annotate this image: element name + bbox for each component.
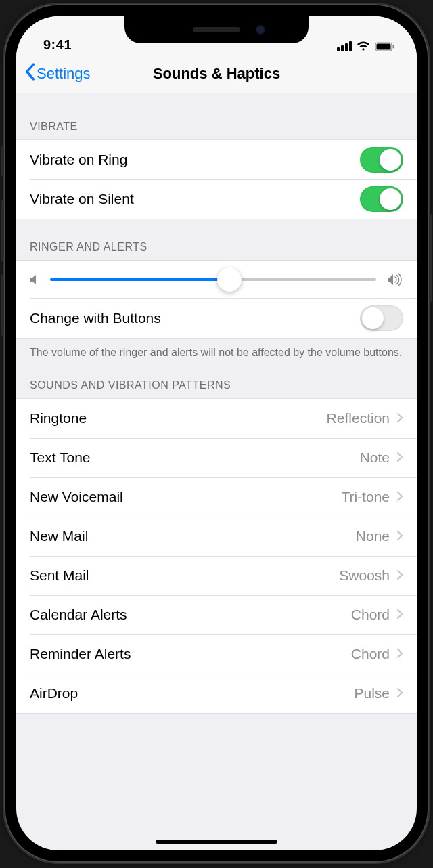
label-vibrate-on-ring: Vibrate on Ring [30, 152, 127, 168]
speaker-low-icon [30, 274, 39, 286]
pattern-value: Pulse [354, 685, 403, 702]
chevron-right-icon [396, 527, 403, 545]
row-change-with-buttons: Change with Buttons [16, 299, 417, 338]
pattern-value: None [356, 527, 403, 545]
chevron-right-icon [396, 685, 403, 702]
pattern-value: Chord [351, 645, 403, 663]
page-title: Sounds & Haptics [153, 65, 280, 83]
chevron-right-icon [396, 567, 403, 584]
row-volume-slider [16, 261, 417, 299]
nav-bar: Settings Sounds & Haptics [16, 54, 417, 93]
chevron-left-icon [24, 63, 35, 84]
toggle-vibrate-on-ring[interactable] [360, 147, 403, 173]
row-pattern-sent-mail[interactable]: Sent MailSwoosh [16, 556, 417, 595]
pattern-value: Swoosh [339, 567, 403, 584]
footer-ringer: The volume of the ringer and alerts will… [16, 339, 417, 364]
section-header-patterns: SOUNDS AND VIBRATION PATTERNS [16, 364, 417, 398]
chevron-right-icon [396, 606, 403, 624]
section-header-ringer: RINGER AND ALERTS [16, 219, 417, 260]
row-pattern-ringtone[interactable]: RingtoneReflection [16, 399, 417, 438]
pattern-label: Text Tone [30, 450, 91, 466]
pattern-label: Calendar Alerts [30, 607, 127, 623]
cellular-signal-icon [337, 41, 352, 51]
pattern-label: Ringtone [30, 410, 87, 427]
row-pattern-airdrop[interactable]: AirDropPulse [16, 674, 417, 713]
group-patterns: RingtoneReflectionText ToneNoteNew Voice… [16, 398, 417, 714]
back-button[interactable]: Settings [24, 63, 153, 84]
pattern-label: Sent Mail [30, 567, 89, 584]
group-ringer: Change with Buttons [16, 260, 417, 339]
pattern-label: New Voicemail [30, 489, 123, 505]
svg-rect-2 [393, 45, 394, 48]
toggle-change-with-buttons[interactable] [360, 305, 403, 331]
row-pattern-new-voicemail[interactable]: New VoicemailTri-tone [16, 477, 417, 517]
pattern-label: Reminder Alerts [30, 646, 131, 662]
status-time: 9:41 [43, 37, 72, 53]
back-label: Settings [37, 65, 91, 83]
row-vibrate-on-ring: Vibrate on Ring [16, 140, 417, 179]
pattern-value: Reflection [327, 410, 403, 427]
chevron-right-icon [396, 645, 403, 663]
pattern-label: New Mail [30, 528, 88, 544]
section-header-vibrate: VIBRATE [16, 93, 417, 139]
speaker-high-icon [387, 273, 403, 286]
row-pattern-text-tone[interactable]: Text ToneNote [16, 438, 417, 477]
battery-icon [375, 42, 395, 51]
pattern-label: AirDrop [30, 685, 78, 701]
row-pattern-new-mail[interactable]: New MailNone [16, 517, 417, 556]
row-pattern-reminder-alerts[interactable]: Reminder AlertsChord [16, 634, 417, 674]
chevron-right-icon [396, 410, 403, 427]
screen: 9:41 Settings Sounds & Haptics [16, 16, 417, 850]
wifi-icon [357, 41, 370, 51]
pattern-value: Note [360, 449, 403, 466]
notch [124, 16, 309, 43]
row-vibrate-on-silent: Vibrate on Silent [16, 179, 417, 219]
pattern-value: Tri-tone [341, 488, 403, 506]
pattern-value: Chord [351, 606, 403, 624]
home-indicator[interactable] [156, 840, 277, 844]
volume-slider[interactable] [50, 278, 376, 281]
phone-frame: 9:41 Settings Sounds & Haptics [4, 4, 429, 863]
row-pattern-calendar-alerts[interactable]: Calendar AlertsChord [16, 595, 417, 634]
label-change-with-buttons: Change with Buttons [30, 310, 161, 326]
toggle-vibrate-on-silent[interactable] [360, 186, 403, 212]
group-vibrate: Vibrate on Ring Vibrate on Silent [16, 139, 417, 219]
svg-rect-1 [377, 43, 391, 49]
label-vibrate-on-silent: Vibrate on Silent [30, 191, 134, 207]
chevron-right-icon [396, 488, 403, 506]
chevron-right-icon [396, 449, 403, 466]
